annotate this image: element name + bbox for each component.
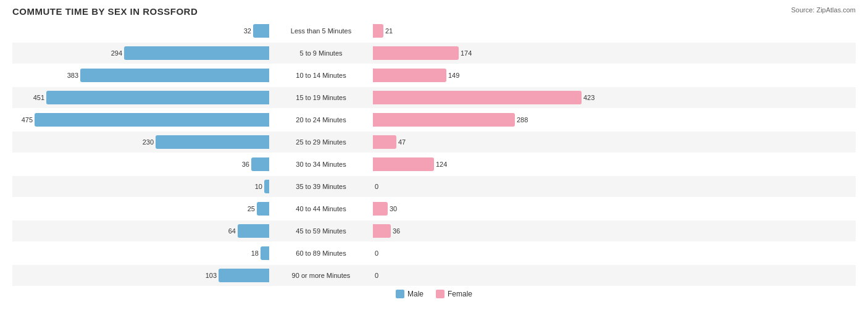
left-bar-wrapper: 451	[12, 87, 272, 108]
val-female: 423	[583, 94, 595, 101]
val-male: 230	[143, 138, 154, 146]
row-label: 15 to 19 Minutes	[272, 94, 370, 101]
bar-female: 423	[373, 91, 582, 104]
left-bar-wrapper: 230	[12, 132, 272, 153]
val-male: 18	[251, 250, 259, 257]
val-male: 475	[22, 116, 33, 124]
table-row: 64 45 to 59 Minutes 36	[12, 220, 856, 241]
val-female: 174	[461, 49, 472, 57]
legend-male-box	[396, 290, 404, 298]
bar-female: 47	[373, 135, 396, 149]
bar-male: 64	[238, 224, 269, 238]
left-bar-wrapper: 10	[12, 176, 272, 197]
val-female: 0	[375, 272, 378, 279]
legend-male-label: Male	[407, 290, 424, 298]
val-male: 294	[111, 49, 122, 57]
row-label: 60 to 89 Minutes	[272, 250, 370, 257]
legend-female-label: Female	[448, 290, 472, 298]
row-label: 40 to 44 Minutes	[272, 205, 370, 212]
left-bar-wrapper: 18	[12, 243, 272, 264]
row-label: 45 to 59 Minutes	[272, 227, 370, 235]
val-female: 30	[390, 205, 397, 212]
val-male: 36	[242, 161, 249, 168]
left-bar-wrapper: 36	[12, 154, 272, 175]
bar-female: 30	[373, 202, 388, 216]
row-label: 35 to 39 Minutes	[272, 183, 370, 190]
legend-female-box	[436, 290, 444, 298]
legend-female: Female	[436, 290, 472, 298]
right-bar-wrapper: 0	[370, 176, 630, 197]
row-label: 10 to 14 Minutes	[272, 72, 370, 79]
row-label: 90 or more Minutes	[272, 272, 370, 279]
table-row: 383 10 to 14 Minutes 149	[12, 65, 856, 86]
source-label: Source: ZipAtlas.com	[791, 6, 856, 14]
left-bar-wrapper: 294	[12, 43, 272, 64]
left-bar-wrapper: 32	[12, 20, 272, 41]
val-female: 47	[398, 138, 406, 146]
right-bar-wrapper: 21	[370, 20, 630, 41]
bar-female: 124	[373, 157, 434, 171]
right-bar-wrapper: 30	[370, 198, 630, 219]
right-bar-wrapper: 149	[370, 65, 630, 86]
val-male: 32	[244, 27, 251, 35]
bar-female: 21	[373, 24, 383, 38]
right-bar-wrapper: 47	[370, 132, 630, 153]
right-bar-wrapper: 124	[370, 154, 630, 175]
right-bar-wrapper: 0	[370, 265, 630, 286]
val-male: 103	[206, 272, 217, 279]
left-bar-wrapper: 25	[12, 198, 272, 219]
table-row: 294 5 to 9 Minutes 174	[12, 43, 856, 64]
legend: Male Female	[12, 290, 856, 298]
table-row: 25 40 to 44 Minutes 30	[12, 198, 856, 219]
bar-female: 149	[373, 69, 446, 82]
bar-male: 451	[46, 91, 269, 104]
val-male: 10	[255, 183, 262, 190]
val-female: 0	[375, 183, 378, 190]
table-row: 230 25 to 29 Minutes 47	[12, 132, 856, 153]
left-bar-wrapper: 64	[12, 220, 272, 241]
val-female: 124	[436, 161, 447, 168]
val-female: 36	[393, 227, 400, 235]
table-row: 10 35 to 39 Minutes 0	[12, 176, 856, 197]
bar-female: 288	[373, 113, 515, 127]
val-female: 21	[385, 27, 393, 35]
right-bar-wrapper: 423	[370, 87, 630, 108]
table-row: 36 30 to 34 Minutes 124	[12, 154, 856, 175]
legend-male: Male	[396, 290, 424, 298]
val-male: 383	[67, 72, 78, 79]
table-row: 103 90 or more Minutes 0	[12, 265, 856, 286]
bar-male: 475	[35, 113, 269, 127]
chart-title: COMMUTE TIME BY SEX IN ROSSFORD	[12, 6, 856, 17]
val-female: 0	[375, 250, 378, 257]
table-row: 451 15 to 19 Minutes 423	[12, 87, 856, 108]
bar-male: 10	[264, 180, 269, 193]
val-female: 149	[448, 72, 459, 79]
left-bar-wrapper: 383	[12, 65, 272, 86]
table-row: 475 20 to 24 Minutes 288	[12, 109, 856, 130]
chart-container: COMMUTE TIME BY SEX IN ROSSFORD Source: …	[0, 0, 868, 323]
left-bar-wrapper: 475	[12, 109, 272, 130]
chart-area: 32 Less than 5 Minutes 21 294 5 to 9 Min…	[12, 20, 856, 279]
bar-male: 18	[261, 246, 269, 260]
row-label: 20 to 24 Minutes	[272, 116, 370, 124]
val-male: 64	[228, 227, 236, 235]
bar-female: 174	[373, 46, 459, 60]
bar-female: 36	[373, 224, 391, 238]
val-male: 451	[33, 94, 44, 101]
row-label: Less than 5 Minutes	[272, 27, 370, 35]
right-bar-wrapper: 288	[370, 109, 630, 130]
bar-male: 25	[257, 202, 269, 216]
right-bar-wrapper: 174	[370, 43, 630, 64]
table-row: 32 Less than 5 Minutes 21	[12, 20, 856, 41]
bar-male: 230	[156, 135, 269, 149]
bar-male: 36	[251, 157, 269, 171]
left-bar-wrapper: 103	[12, 265, 272, 286]
row-label: 5 to 9 Minutes	[272, 49, 370, 57]
bar-male: 383	[80, 69, 269, 82]
row-label: 30 to 34 Minutes	[272, 161, 370, 168]
val-male: 25	[248, 205, 255, 212]
right-bar-wrapper: 36	[370, 220, 630, 241]
val-female: 288	[517, 116, 528, 124]
table-row: 18 60 to 89 Minutes 0	[12, 243, 856, 264]
bar-male: 32	[253, 24, 269, 38]
